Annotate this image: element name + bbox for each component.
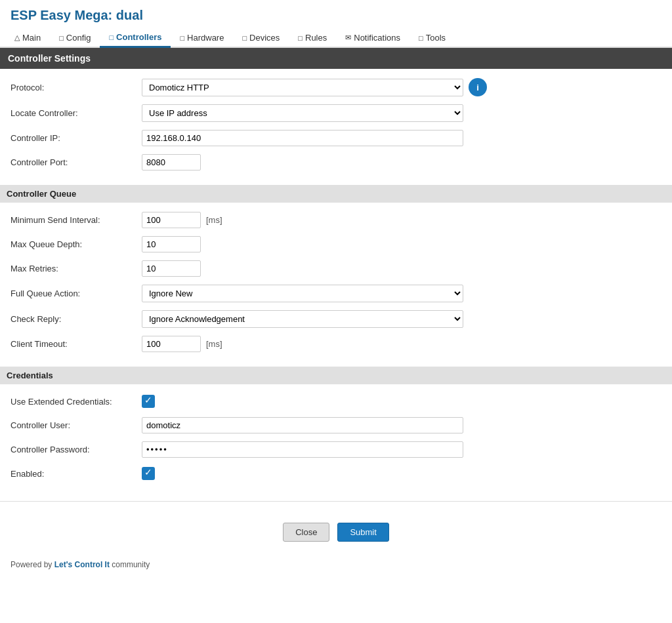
max-queue-row: Max Queue Depth: [10, 232, 662, 256]
check-reply-select[interactable]: Ignore Acknowledgement [142, 310, 463, 328]
controller-settings-form: Protocol: Domoticz HTTP i Locate Control… [0, 69, 672, 180]
tools-icon: □ [419, 34, 423, 42]
tab-main-label: Main [22, 33, 41, 43]
min-send-label: Minimum Send Interval: [10, 215, 142, 225]
enabled-checkbox[interactable] [142, 467, 155, 480]
credentials-header: Credentials [0, 367, 672, 384]
min-send-input[interactable] [142, 212, 201, 228]
protocol-label: Protocol: [10, 83, 142, 92]
tab-notifications[interactable]: ✉ Notifications [336, 29, 410, 47]
user-input[interactable] [142, 417, 463, 433]
check-reply-row: Check Reply: Ignore Acknowledgement [10, 306, 662, 332]
tab-main[interactable]: △ Main [5, 29, 50, 47]
tab-rules[interactable]: □ Rules [289, 29, 336, 47]
tab-config[interactable]: □ Config [50, 29, 100, 47]
min-send-row: Minimum Send Interval: [ms] [10, 208, 662, 232]
close-button[interactable]: Close [283, 523, 329, 542]
tab-hardware[interactable]: □ Hardware [171, 29, 233, 47]
page-title: ESP Easy Mega: dual [0, 0, 672, 28]
tab-notifications-label: Notifications [354, 33, 400, 43]
enabled-row: Enabled: [10, 462, 662, 485]
max-queue-input[interactable] [142, 236, 201, 252]
info-icon: i [476, 83, 479, 92]
controllers-icon: □ [109, 33, 114, 41]
ip-input[interactable]: 192.168.0.140 [142, 130, 463, 146]
locate-label: Locate Controller: [10, 108, 142, 118]
port-input[interactable]: 8080 [142, 154, 201, 171]
password-label: Controller Password: [10, 445, 142, 454]
user-row: Controller User: [10, 413, 662, 437]
content-area: Controller Settings Protocol: Domoticz H… [0, 48, 672, 552]
protocol-row: Protocol: Domoticz HTTP i [10, 74, 662, 100]
nav-bar: △ Main □ Config □ Controllers □ Hardware… [0, 28, 672, 48]
tab-tools[interactable]: □ Tools [410, 29, 455, 47]
divider [0, 501, 672, 502]
tab-tools-label: Tools [426, 33, 446, 43]
max-retries-label: Max Retries: [10, 264, 142, 273]
use-extended-checkbox[interactable] [142, 395, 155, 408]
footer-suffix: community [110, 560, 150, 569]
protocol-select[interactable]: Domoticz HTTP [142, 79, 463, 96]
notifications-icon: ✉ [345, 33, 351, 42]
client-timeout-row: Client Timeout: [ms] [10, 332, 662, 356]
max-retries-input[interactable] [142, 260, 201, 277]
tab-rules-label: Rules [305, 33, 327, 43]
enabled-label: Enabled: [10, 469, 142, 479]
tab-config-label: Config [66, 33, 91, 43]
submit-button[interactable]: Submit [337, 523, 388, 542]
footer-link[interactable]: Let's Control It [54, 560, 110, 569]
password-input[interactable] [142, 441, 463, 458]
controller-queue-header: Controller Queue [0, 185, 672, 203]
full-queue-select[interactable]: Ignore New [142, 285, 463, 302]
tab-hardware-label: Hardware [187, 33, 224, 43]
use-extended-label: Use Extended Credentials: [10, 397, 142, 407]
rules-icon: □ [298, 34, 303, 42]
port-label: Controller Port: [10, 157, 142, 167]
client-timeout-unit: [ms] [206, 339, 222, 349]
full-queue-label: Full Queue Action: [10, 289, 142, 298]
ip-label: Controller IP: [10, 133, 142, 143]
min-send-unit: [ms] [206, 215, 222, 225]
password-row: Controller Password: [10, 437, 662, 462]
hardware-icon: □ [180, 34, 184, 42]
footer: Powered by Let's Control It community [0, 552, 672, 577]
controller-queue-form: Minimum Send Interval: [ms] Max Queue De… [0, 203, 672, 361]
tab-controllers[interactable]: □ Controllers [100, 28, 171, 48]
full-queue-row: Full Queue Action: Ignore New [10, 281, 662, 306]
ip-row: Controller IP: 192.168.0.140 [10, 126, 662, 150]
main-icon: △ [14, 33, 20, 42]
user-label: Controller User: [10, 420, 142, 430]
tab-controllers-label: Controllers [116, 32, 161, 42]
protocol-info-button[interactable]: i [469, 78, 487, 96]
devices-icon: □ [242, 34, 247, 42]
footer-prefix: Powered by [10, 560, 54, 569]
tab-devices[interactable]: □ Devices [233, 29, 289, 47]
locate-row: Locate Controller: Use IP address [10, 100, 662, 126]
button-row: Close Submit [0, 512, 672, 552]
credentials-form: Use Extended Credentials: Controller Use… [0, 384, 672, 491]
max-queue-label: Max Queue Depth: [10, 239, 142, 249]
client-timeout-label: Client Timeout: [10, 339, 142, 349]
use-extended-row: Use Extended Credentials: [10, 390, 662, 413]
locate-select[interactable]: Use IP address [142, 104, 463, 122]
max-retries-row: Max Retries: [10, 256, 662, 281]
tab-devices-label: Devices [249, 33, 280, 43]
config-icon: □ [59, 34, 64, 42]
controller-settings-header: Controller Settings [0, 48, 672, 69]
check-reply-label: Check Reply: [10, 314, 142, 324]
port-row: Controller Port: 8080 [10, 150, 662, 174]
client-timeout-input[interactable] [142, 336, 201, 352]
